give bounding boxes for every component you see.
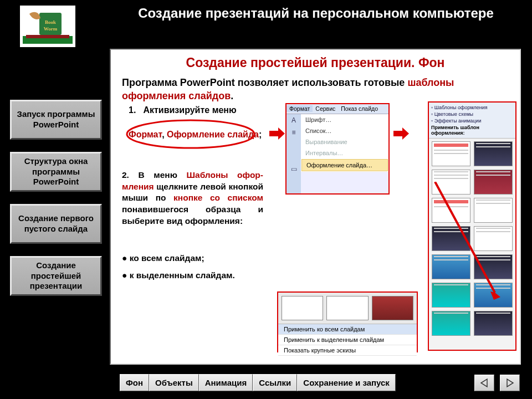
list-icon: ≡: [287, 126, 301, 139]
triangle-left-icon: [479, 378, 489, 388]
screenshot-context-menu: Применить ко всем слайдам Применить к вы…: [277, 291, 418, 352]
arrow-right-icon: [269, 127, 285, 140]
sidebar-item-label: Структура окна программы PowerPoint: [12, 156, 100, 187]
screenshot-format-menu: Формат Сервис Показ слайдо A ≡ ▭ Шрифт… …: [285, 103, 390, 195]
svg-marker-7: [490, 291, 500, 300]
sidebar-item-label: Создание первого пустого слайда: [12, 213, 100, 234]
sidebar: Запуск программы PowerPoint Структура ок…: [10, 100, 102, 308]
step-1: 1. Активизируйте меню Формат, Оформление…: [129, 104, 278, 141]
design-icon: ▭: [287, 163, 301, 175]
sidebar-item-simple-presentation[interactable]: Создание простейшей презентации: [10, 256, 102, 296]
triangle-right-icon: [505, 378, 515, 388]
content-panel: Создание простейшей презентации. Фон Про…: [110, 49, 521, 365]
page-title: Создание презентаций на персональном ком…: [111, 4, 521, 22]
svg-marker-8: [481, 379, 487, 387]
sidebar-item-structure[interactable]: Структура окна программы PowerPoint: [10, 152, 102, 192]
svg-rect-1: [26, 35, 69, 38]
step-2: 2. В меню Шаблоны офор-мления щелкните л…: [122, 170, 263, 228]
sidebar-item-label: Создание простейшей презентации: [12, 260, 100, 291]
arrow-right-icon: [393, 127, 409, 140]
logo-image: Book Worm: [20, 6, 75, 47]
bullet-list: ● ко всем слайдам; ● к выделенным слайда…: [122, 249, 266, 284]
section-title: Создание простейшей презентации. Фон: [111, 50, 520, 74]
sidebar-item-first-slide[interactable]: Создание первого пустого слайда: [10, 204, 102, 244]
svg-marker-9: [507, 379, 513, 387]
sidebar-item-launch[interactable]: Запуск программы PowerPoint: [10, 100, 102, 140]
sidebar-item-label: Запуск программы PowerPoint: [12, 109, 100, 130]
next-button[interactable]: [500, 375, 520, 391]
font-icon: A: [287, 114, 301, 126]
prev-button[interactable]: [474, 375, 494, 391]
tab-background[interactable]: Фон: [120, 374, 149, 391]
arrow-diagonal-icon: [429, 182, 502, 304]
tab-animation[interactable]: Анимация: [199, 374, 253, 391]
svg-text:Book: Book: [45, 19, 56, 25]
bottom-tabs: Фон Объекты Анимация Ссылки Сохранение и…: [120, 374, 396, 391]
nav-arrows: [474, 375, 520, 391]
svg-text:Worm: Worm: [44, 26, 58, 32]
tab-links[interactable]: Ссылки: [253, 374, 297, 391]
intro-text: Программа PowerPoint позволяет использов…: [111, 74, 520, 104]
svg-line-6: [435, 182, 495, 293]
tab-save-run[interactable]: Сохранение и запуск: [297, 374, 396, 391]
tab-objects[interactable]: Объекты: [149, 374, 199, 391]
